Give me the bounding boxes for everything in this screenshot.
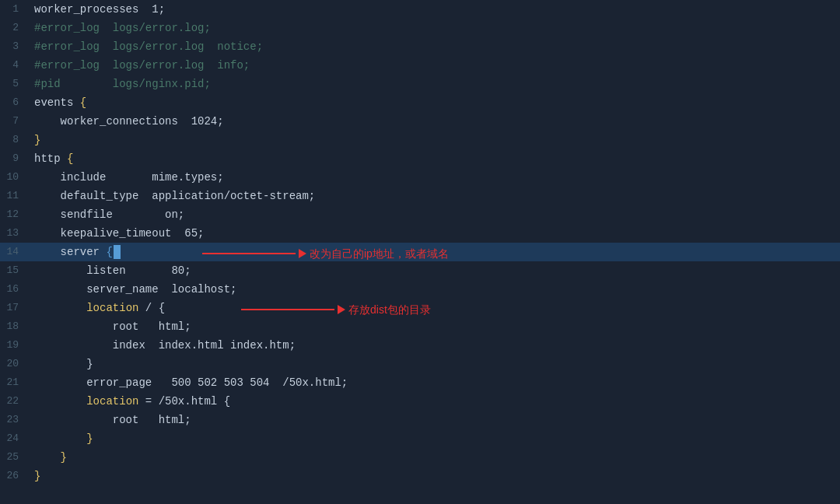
line-content-19: index index.html index.htm; [28,336,840,355]
line-20: 20 } [0,355,840,373]
line-number-14: 14 [0,243,28,261]
line-content-12: sendfile on; [28,205,840,224]
line-14: 14 server { 改为自己的ip地址，或者域名 [0,243,840,261]
line-2: 2#error_log logs/error.log; [0,19,840,37]
line-number-24: 24 [0,429,28,448]
line-8: 8} [0,131,840,149]
line-number-2: 2 [0,19,28,37]
line-number-6: 6 [0,93,28,112]
line-number-21: 21 [0,373,28,392]
line-16: 16 server_name localhost; [0,280,840,299]
line-4: 4#error_log logs/error.log info; [0,56,840,75]
line-number-1: 1 [0,0,28,19]
line-6: 6events { [0,93,840,112]
line-number-8: 8 [0,131,28,149]
line-content-11: default_type application/octet-stream; [28,187,840,205]
line-number-23: 23 [0,411,28,429]
line-24: 24 } [0,429,840,448]
line-content-15: listen 80; [28,261,840,280]
line-content-14: server { [28,243,840,261]
line-content-20: } [28,355,840,373]
code-editor: 1worker_processes 1;2#error_log logs/err… [0,0,840,504]
line-content-6: events { [28,93,840,112]
line-content-17: location / { [28,299,840,317]
line-content-26: } [28,467,840,485]
line-10: 10 include mime.types; [0,168,840,187]
line-19: 19 index index.html index.htm; [0,336,840,355]
line-content-16: server_name localhost; [28,280,840,299]
line-number-18: 18 [0,317,28,336]
line-3: 3#error_log logs/error.log notice; [0,37,840,56]
line-content-23: root html; [28,411,840,429]
line-7: 7 worker_connections 1024; [0,112,840,131]
line-15: 15 listen 80; [0,261,840,280]
line-content-1: worker_processes 1; [28,0,840,19]
line-number-12: 12 [0,205,28,224]
line-21: 21 error_page 500 502 503 504 /50x.html; [0,373,840,392]
line-number-26: 26 [0,467,28,485]
line-number-3: 3 [0,37,28,56]
line-13: 13 keepalive_timeout 65; [0,224,840,243]
line-9: 9http { [0,149,840,168]
line-content-9: http { [28,149,840,168]
line-content-4: #error_log logs/error.log info; [28,56,840,75]
line-5: 5#pid logs/nginx.pid; [0,75,840,93]
line-content-5: #pid logs/nginx.pid; [28,75,840,93]
line-number-20: 20 [0,355,28,373]
line-26: 26} [0,467,840,485]
line-content-10: include mime.types; [28,168,840,187]
line-number-11: 11 [0,187,28,205]
code-lines: 1worker_processes 1;2#error_log logs/err… [0,0,840,485]
line-number-17: 17 [0,299,28,317]
line-18: 18 root html; [0,317,840,336]
line-number-15: 15 [0,261,28,280]
line-content-2: #error_log logs/error.log; [28,19,840,37]
line-content-13: keepalive_timeout 65; [28,224,840,243]
line-content-25: } [28,448,840,467]
line-content-7: worker_connections 1024; [28,112,840,131]
line-number-9: 9 [0,149,28,168]
line-content-8: } [28,131,840,149]
line-11: 11 default_type application/octet-stream… [0,187,840,205]
line-content-18: root html; [28,317,840,336]
line-25: 25 } [0,448,840,467]
line-number-19: 19 [0,336,28,355]
line-22: 22 location = /50x.html { [0,392,840,411]
line-content-24: } [28,429,840,448]
line-content-3: #error_log logs/error.log notice; [28,37,840,56]
line-17: 17 location / { 存放dist包的目录 [0,299,840,317]
line-number-25: 25 [0,448,28,467]
line-1: 1worker_processes 1; [0,0,840,19]
line-12: 12 sendfile on; [0,205,840,224]
line-23: 23 root html; [0,411,840,429]
line-number-10: 10 [0,168,28,187]
line-content-22: location = /50x.html { [28,392,840,411]
line-number-5: 5 [0,75,28,93]
line-content-21: error_page 500 502 503 504 /50x.html; [28,373,840,392]
line-number-22: 22 [0,392,28,411]
line-number-13: 13 [0,224,28,243]
line-number-16: 16 [0,280,28,299]
line-number-7: 7 [0,112,28,131]
line-number-4: 4 [0,56,28,75]
